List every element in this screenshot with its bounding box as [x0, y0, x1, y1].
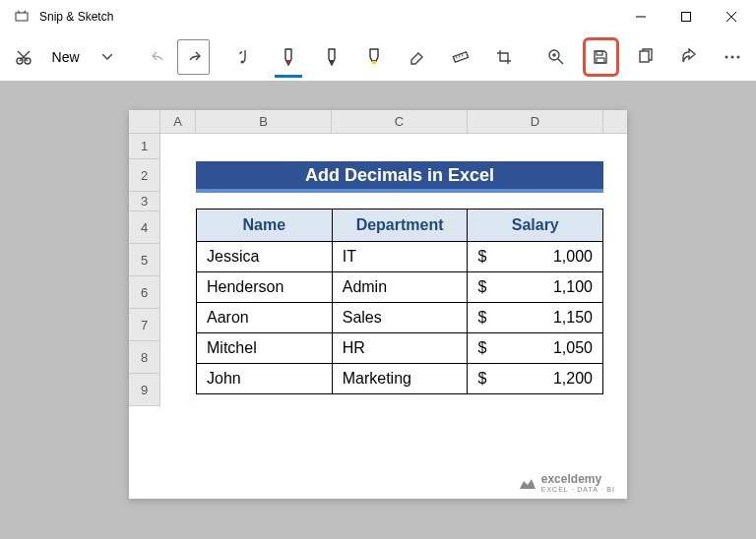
cell-dept: Admin [332, 272, 468, 303]
row-header: 3 [129, 192, 160, 211]
corner-cell [129, 110, 160, 133]
close-button[interactable] [709, 1, 754, 32]
cell-name: Mitchel [197, 333, 333, 364]
row-header: 5 [129, 244, 160, 276]
svg-rect-21 [640, 51, 649, 62]
cell-dept: Marketing [332, 364, 468, 394]
col-header-c: C [332, 110, 468, 133]
cell-name: Aaron [197, 303, 333, 333]
row-header: 8 [129, 341, 160, 374]
watermark-tagline: EXCEL · DATA · BI [541, 486, 615, 493]
zoom-button[interactable] [539, 39, 572, 75]
svg-point-23 [730, 56, 733, 59]
row-header: 1 [129, 134, 160, 159]
redo-button[interactable] [177, 39, 210, 75]
row-header: 6 [129, 276, 160, 309]
row-header: 9 [129, 374, 160, 406]
col-header-rest [603, 110, 627, 133]
svg-rect-2 [682, 13, 691, 22]
canvas-area[interactable]: A B C D 1 2 3 4 5 6 7 8 9 Add Decimals i… [0, 81, 756, 539]
window-controls [618, 1, 754, 32]
table-header-row: Name Department Salary [197, 210, 603, 242]
svg-rect-20 [597, 58, 604, 63]
cell-salary: $1,050 [468, 333, 603, 364]
svg-rect-10 [372, 61, 376, 64]
cell-salary: $1,000 [468, 242, 603, 272]
crop-button[interactable] [488, 39, 521, 75]
watermark-brand: exceldemy [541, 472, 615, 486]
table-row: Mitchel HR $1,050 [197, 333, 603, 364]
share-button[interactable] [673, 39, 706, 75]
cell-salary: $1,100 [468, 272, 603, 303]
svg-point-9 [241, 61, 244, 64]
snip-icon[interactable] [8, 39, 40, 75]
excel-row-headers: 1 2 3 4 5 6 7 8 9 [129, 134, 160, 406]
svg-point-24 [736, 56, 739, 59]
more-button[interactable] [717, 39, 749, 75]
svg-line-12 [457, 56, 458, 58]
app-title: Snip & Sketch [39, 10, 113, 24]
app-icon [14, 9, 30, 25]
watermark-icon [518, 475, 537, 491]
table-row: Henderson Admin $1,100 [197, 272, 603, 303]
header-department: Department [332, 210, 468, 242]
cell-name: Jessica [197, 242, 333, 272]
screenshot-content: A B C D 1 2 3 4 5 6 7 8 9 Add Decimals i… [129, 110, 627, 499]
toolbar: New [0, 33, 756, 81]
cell-salary: $1,200 [468, 364, 603, 394]
row-header: 4 [129, 211, 160, 244]
row-header: 7 [129, 309, 160, 341]
data-table: Name Department Salary Jessica IT $1,000… [196, 209, 603, 394]
undo-button[interactable] [143, 39, 175, 75]
cell-name: John [197, 364, 333, 394]
row-header: 2 [129, 159, 160, 192]
touch-writing-button[interactable] [229, 39, 262, 75]
col-header-b: B [196, 110, 332, 133]
highlighter-button[interactable] [358, 39, 391, 75]
table-row: Jessica IT $1,000 [197, 242, 603, 272]
svg-rect-19 [597, 51, 602, 55]
svg-rect-11 [453, 52, 468, 62]
svg-line-13 [459, 55, 460, 57]
watermark: exceldemy EXCEL · DATA · BI [518, 472, 615, 493]
header-salary: Salary [468, 210, 603, 242]
table-row: Aaron Sales $1,150 [197, 303, 603, 333]
titlebar: Snip & Sketch [0, 0, 756, 33]
svg-line-16 [558, 59, 563, 64]
table-row: John Marketing $1,200 [197, 364, 603, 394]
cell-salary: $1,150 [468, 303, 603, 333]
svg-rect-0 [16, 13, 28, 21]
minimize-button[interactable] [618, 1, 663, 32]
new-button[interactable]: New [42, 39, 90, 75]
maximize-button[interactable] [663, 1, 709, 32]
svg-line-14 [462, 54, 463, 56]
col-header-d: D [468, 110, 603, 133]
cell-dept: Sales [332, 303, 468, 333]
pencil-button[interactable] [315, 39, 347, 75]
cell-dept: IT [332, 242, 468, 272]
eraser-button[interactable] [402, 39, 434, 75]
save-button[interactable] [583, 37, 619, 77]
cell-name: Henderson [197, 272, 333, 303]
ballpoint-pen-button[interactable] [273, 39, 305, 75]
svg-point-22 [724, 56, 727, 59]
header-name: Name [197, 210, 333, 242]
new-dropdown[interactable] [92, 39, 124, 75]
col-header-a: A [160, 110, 196, 133]
ruler-button[interactable] [445, 39, 477, 75]
sheet-title: Add Decimals in Excel [196, 161, 603, 193]
excel-column-headers: A B C D [129, 110, 627, 134]
copy-button[interactable] [630, 39, 662, 75]
cell-dept: HR [332, 333, 468, 364]
